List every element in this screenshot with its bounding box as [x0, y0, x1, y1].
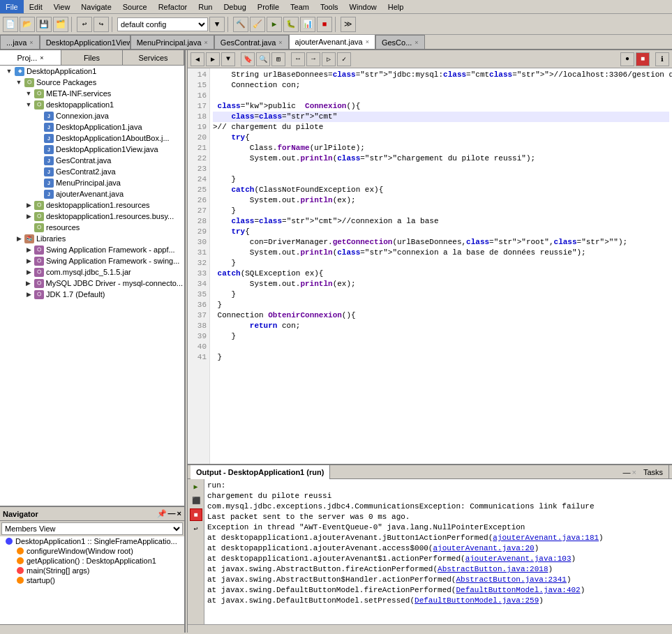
output-minimize-icon[interactable]: — — [622, 468, 630, 476]
left-panel-scrollbar[interactable] — [0, 624, 184, 633]
menu-navigate[interactable]: Navigate — [75, 0, 117, 13]
refactor-btn[interactable]: ↔ — [291, 52, 305, 66]
tree-item[interactable]: ▼⬡META-INF.services — [0, 88, 184, 99]
error-link[interactable]: AbstractButton.java:2018 — [438, 565, 548, 573]
menu-edit[interactable]: Edit — [24, 0, 48, 13]
tree-item[interactable]: JGesContrat.java — [0, 155, 184, 166]
tab-close-menuprincipal[interactable]: × — [204, 39, 208, 46]
tree-item[interactable]: JDesktopApplication1.java — [0, 121, 184, 133]
menu-file[interactable]: File — [0, 0, 24, 13]
save-button[interactable]: 💾 — [36, 17, 52, 32]
output-content[interactable]: run: chargement du pilote reussi com.mys… — [204, 479, 672, 624]
debug-button[interactable]: 🐛 — [283, 17, 299, 32]
panel-tab-files[interactable]: Files — [61, 50, 123, 65]
tree-item[interactable]: ▶⬡JDK 1.7 (Default) — [0, 289, 184, 300]
tab-gesco[interactable]: GesCo... × — [375, 35, 425, 49]
stop-output-button[interactable]: ⬛ — [190, 495, 202, 507]
tab-menuprincipal[interactable]: MenuPrincipal.java × — [130, 35, 214, 49]
tab-close-dotjava[interactable]: × — [29, 39, 33, 46]
tab-gescontrat[interactable]: GesContrat.java × — [214, 35, 289, 49]
tree-item[interactable]: ▶⬡Swing Application Framework - swing... — [0, 255, 184, 266]
error-link[interactable]: ajouterAvenant.java:20 — [433, 544, 534, 552]
tree-item[interactable]: JGesContrat2.java — [0, 166, 184, 177]
panel-tab-proj[interactable]: Proj... × — [0, 50, 61, 65]
panel-tab-services[interactable]: Services — [123, 50, 184, 65]
tab-desktopview[interactable]: DesktopApplication1View.java × — [40, 35, 130, 49]
navigator-minimize-icon[interactable]: — — [168, 509, 176, 518]
navigator-pin-icon[interactable]: 📌 — [157, 509, 167, 518]
bookmark-button[interactable]: 🔖 — [241, 52, 255, 66]
menu-help[interactable]: Help — [382, 0, 410, 13]
back-button[interactable]: ◀ — [191, 52, 204, 66]
panel-tab-proj-close[interactable]: × — [40, 54, 43, 61]
error-link[interactable]: ajouterAvenant.java:181 — [493, 534, 599, 542]
nav-item[interactable]: DesktopApplication1 :: SingleFrameApplic… — [0, 536, 184, 546]
tab-close-gescontrat[interactable]: × — [278, 39, 282, 46]
stop-button[interactable]: ■ — [317, 17, 332, 32]
config-select[interactable]: default config — [117, 17, 208, 31]
run-output-button[interactable]: ▶ — [190, 481, 202, 493]
tree-item[interactable]: ⬡resources — [0, 222, 184, 233]
nav-item[interactable]: getApplication() : DesktopApplication1 — [0, 556, 184, 566]
tree-item[interactable]: JConnexion.java — [0, 110, 184, 121]
profile-button[interactable]: 📊 — [300, 17, 315, 32]
menu-profile[interactable]: Profile — [252, 0, 285, 13]
tab-ajouteravenant[interactable]: ajouterAvenant.java × — [289, 35, 375, 49]
tree-item[interactable]: ▼⬡Source Packages — [0, 77, 184, 88]
output-tab-output[interactable]: Output - DesktopApplication1 (run) — [191, 465, 330, 479]
config-extra-button[interactable]: ▼ — [209, 17, 225, 32]
tree-item[interactable]: JDesktopApplication1View.java — [0, 144, 184, 155]
apply-patch-btn[interactable]: ✓ — [337, 52, 351, 66]
debug-step-btn[interactable]: → — [306, 52, 320, 66]
tree-item[interactable]: ▶⬡desktopapplication1.resources — [0, 199, 184, 211]
clean-button[interactable]: 🧹 — [250, 17, 265, 32]
tree-item[interactable]: ▶📚Libraries — [0, 233, 184, 244]
tree-item[interactable]: JDesktopApplication1AboutBox.j... — [0, 133, 184, 144]
nav-item[interactable]: configureWindow(Window root) — [0, 546, 184, 556]
new-project-button[interactable]: 📄 — [3, 17, 18, 32]
output-info-btn[interactable]: ℹ — [655, 52, 669, 66]
tree-item[interactable]: JajouterAvenant.java — [0, 188, 184, 199]
tab-close-gesco[interactable]: × — [415, 39, 418, 46]
more-editor-btn[interactable]: ● — [620, 52, 634, 66]
nav-item[interactable]: startup() — [0, 575, 184, 585]
menu-debug[interactable]: Debug — [218, 0, 251, 13]
stop-task-button[interactable]: ■ — [190, 508, 202, 521]
error-link[interactable]: ajouterAvenant.java:103 — [465, 554, 572, 563]
error-link[interactable]: DefaultButtonModel.java:402 — [456, 586, 580, 594]
editor-scrollbar-h[interactable] — [188, 624, 672, 633]
code-content[interactable]: String urlBaseDonnees=class="str">"jdbc:… — [210, 68, 672, 464]
find-button[interactable]: 🔍 — [256, 52, 270, 66]
stop-tasks-btn[interactable]: ■ — [636, 52, 650, 66]
redo-button[interactable]: ↪ — [94, 17, 109, 32]
tree-item[interactable]: ▶⬡MySQL JDBC Driver - mysql-connecto... — [0, 278, 184, 289]
menu-source[interactable]: Source — [117, 0, 153, 13]
error-link[interactable]: DefaultButtonModel.java:259 — [415, 596, 539, 605]
navigator-view-select[interactable]: Members View — [1, 522, 183, 535]
menu-refactor[interactable]: Refactor — [153, 0, 193, 13]
more-button[interactable]: ≫ — [341, 17, 356, 32]
run-button[interactable]: ▶ — [267, 17, 282, 32]
menu-view[interactable]: View — [48, 0, 76, 13]
tree-item[interactable]: JMenuPrincipal.java — [0, 177, 184, 188]
menu-run[interactable]: Run — [193, 0, 218, 13]
output-wrap-button[interactable]: ↩ — [190, 522, 202, 535]
run-to-cursor-btn[interactable]: ▷ — [322, 52, 336, 66]
menu-team[interactable]: Team — [285, 0, 315, 13]
undo-button[interactable]: ↩ — [77, 17, 92, 32]
tree-item[interactable]: ▶⬡desktopapplication1.resources.busy... — [0, 211, 184, 222]
output-tab-tasks[interactable]: Tasks — [638, 465, 669, 479]
nav-item[interactable]: main(String[] args) — [0, 566, 184, 575]
build-button[interactable]: 🔨 — [233, 17, 248, 32]
tab-dotjava[interactable]: ...java × — [0, 35, 40, 49]
tree-item[interactable]: ▼◈DesktopApplication1 — [0, 66, 184, 77]
open-project-button[interactable]: 📂 — [20, 17, 35, 32]
tab-close-ajouteravenant[interactable]: × — [366, 38, 369, 45]
forward-button[interactable]: ▶ — [206, 52, 220, 66]
error-link[interactable]: AbstractButton.java:2341 — [456, 575, 566, 584]
tree-item[interactable]: ▼⬡desktopapplication1 — [0, 99, 184, 110]
tree-item[interactable]: ▶⬡com.mysql.jdbc_5.1.5.jar — [0, 266, 184, 278]
tree-item[interactable]: ▶⬡Swing Application Framework - appf... — [0, 244, 184, 255]
menu-window[interactable]: Window — [344, 0, 382, 13]
diff-button[interactable]: ⊞ — [271, 52, 285, 66]
